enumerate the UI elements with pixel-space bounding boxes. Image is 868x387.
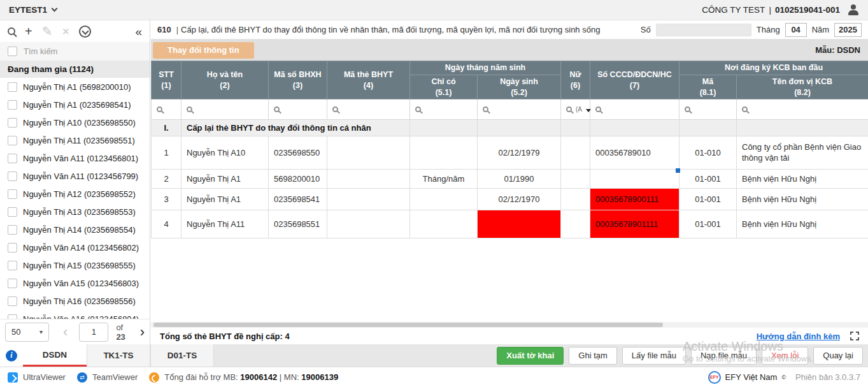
item-checkbox[interactable] bbox=[8, 279, 17, 288]
list-item[interactable]: Nguyễn Văn A11 (0123456799) bbox=[0, 167, 150, 185]
item-checkbox[interactable] bbox=[8, 296, 17, 306]
page-number-input[interactable] bbox=[79, 323, 108, 342]
cell-chico[interactable] bbox=[410, 189, 478, 210]
list-item[interactable]: Nguyễn Văn A15 (0123456803) bbox=[0, 274, 150, 292]
cell-ngaysinh-error[interactable] bbox=[478, 210, 561, 238]
list-item[interactable]: Nguyễn Thị A12 (0235698552) bbox=[0, 185, 150, 203]
cell-ten-kcb[interactable]: Bệnh viện Hữu Nghị bbox=[737, 210, 868, 238]
list-item[interactable]: Nguyễn Thị A13 (0235698553) bbox=[0, 203, 150, 221]
horizontal-scrollbar[interactable] bbox=[151, 322, 868, 328]
collapse-sidebar-icon[interactable]: « bbox=[135, 26, 142, 38]
list-item[interactable]: Nguyễn Thị A16 (0235698556) bbox=[0, 292, 150, 310]
load-template-file-button[interactable]: Nạp file mẫu bbox=[691, 347, 757, 365]
cell-nu[interactable] bbox=[561, 189, 590, 210]
item-checkbox[interactable] bbox=[8, 154, 17, 163]
cell-name[interactable]: Nguyễn Thị A10 bbox=[181, 136, 269, 170]
back-button[interactable]: Quay lại bbox=[813, 347, 863, 365]
cell-bhyt[interactable] bbox=[327, 189, 410, 210]
cell-cccd[interactable] bbox=[590, 170, 679, 189]
cell-chico[interactable] bbox=[410, 136, 478, 170]
tab-d01-ts[interactable]: D01-TS bbox=[150, 344, 214, 367]
cell-ma-kcb[interactable]: 01-010 bbox=[679, 136, 737, 170]
filter-ma[interactable] bbox=[679, 99, 737, 120]
cell-name[interactable]: Nguyễn Thị A1 bbox=[181, 170, 269, 189]
item-checkbox[interactable] bbox=[8, 189, 17, 199]
cell-cccd-error[interactable]: 00035678901111 bbox=[590, 210, 679, 238]
month-input[interactable]: 04 bbox=[785, 23, 807, 37]
user-account-icon[interactable] bbox=[848, 4, 859, 16]
filter-bhyt[interactable] bbox=[327, 99, 410, 120]
cell-nu[interactable] bbox=[561, 136, 590, 170]
item-checkbox[interactable] bbox=[8, 225, 17, 235]
cell-bhyt[interactable] bbox=[327, 136, 410, 170]
cell-ten-kcb[interactable]: Công ty cổ phần Bệnh viện Giao thông vận… bbox=[737, 136, 868, 170]
search-input[interactable] bbox=[24, 47, 142, 56]
edit-icon[interactable]: ✎ bbox=[42, 25, 53, 38]
item-checkbox[interactable] bbox=[8, 100, 17, 110]
item-checkbox[interactable] bbox=[8, 243, 17, 252]
teamviewer-icon[interactable]: ⇄ bbox=[77, 372, 87, 383]
so-input[interactable] bbox=[656, 24, 751, 36]
export-declaration-button[interactable]: Xuất tờ khai bbox=[497, 347, 564, 365]
table-row[interactable]: 2 Nguyễn Thị A1 5698200010 Tháng/năm 01/… bbox=[152, 170, 868, 189]
filter-name[interactable] bbox=[181, 99, 269, 120]
view-errors-button[interactable]: Xem lỗi bbox=[762, 347, 808, 365]
get-template-file-button[interactable]: Lấy file mẫu bbox=[622, 347, 686, 365]
filter-ngaysinh[interactable] bbox=[478, 99, 561, 120]
cell-ma-kcb[interactable]: 01-001 bbox=[679, 210, 737, 238]
group-row[interactable]: I. Cấp lại thẻ BHYT do thay đổi thông ti… bbox=[152, 120, 868, 136]
search-icon[interactable] bbox=[8, 27, 15, 35]
cell-ngaysinh[interactable]: 01/1990 bbox=[478, 170, 561, 189]
filter-cccd[interactable] bbox=[590, 99, 679, 120]
item-checkbox[interactable] bbox=[8, 118, 17, 128]
ultraviewer-icon[interactable] bbox=[8, 372, 18, 383]
list-item[interactable]: Nguyễn Thị A1 (0235698541) bbox=[0, 96, 150, 113]
cell-ma-kcb[interactable]: 01-001 bbox=[679, 170, 737, 189]
filter-bhxh[interactable] bbox=[269, 99, 327, 120]
change-info-button[interactable]: Thay đổi thông tin bbox=[153, 42, 254, 59]
list-item[interactable]: Nguyễn Văn A16 (0123456804) bbox=[0, 310, 150, 319]
cell-name[interactable]: Nguyễn Thị A11 bbox=[181, 210, 269, 238]
workspace-selector[interactable]: EYTEST1 bbox=[9, 5, 57, 15]
list-item[interactable]: Nguyễn Thị A1 (5698200010) bbox=[0, 78, 150, 96]
item-checkbox[interactable] bbox=[8, 261, 17, 270]
cell-bhyt[interactable] bbox=[327, 210, 410, 238]
tab-tk1-ts[interactable]: TK1-TS bbox=[87, 344, 150, 367]
cell-nu[interactable] bbox=[561, 170, 590, 189]
cell-chico[interactable]: Tháng/năm bbox=[410, 170, 478, 189]
cell-bhyt[interactable] bbox=[327, 170, 410, 189]
cell-bhxh[interactable]: 0235698550 bbox=[269, 136, 327, 170]
cell-ten-kcb[interactable]: Bệnh viện Hữu Nghị bbox=[737, 189, 868, 210]
cell-name[interactable]: Nguyễn Thị A1 bbox=[181, 189, 269, 210]
filter-nu[interactable]: (A bbox=[561, 99, 590, 120]
list-item[interactable]: Nguyễn Văn A14 (0123456802) bbox=[0, 238, 150, 256]
cell-cccd[interactable]: 000356789010 bbox=[590, 136, 679, 170]
guide-attachment-link[interactable]: Hướng dẫn đính kèm bbox=[757, 332, 840, 341]
cell-cccd-error[interactable]: 00035678900111 bbox=[590, 189, 679, 210]
cell-selection-handle[interactable] bbox=[676, 168, 680, 173]
cell-ngaysinh[interactable]: 02/12/1979 bbox=[478, 136, 561, 170]
cell-chico[interactable] bbox=[410, 210, 478, 238]
prev-page-button[interactable]: ‹ bbox=[63, 325, 68, 339]
cell-ngaysinh[interactable]: 02/12/1970 bbox=[478, 189, 561, 210]
expand-circle-icon[interactable] bbox=[79, 26, 91, 38]
item-checkbox[interactable] bbox=[8, 314, 17, 319]
item-checkbox[interactable] bbox=[8, 207, 17, 217]
filter-ten[interactable] bbox=[737, 99, 868, 120]
page-size-select[interactable]: 50 ▾ bbox=[5, 323, 49, 342]
year-input[interactable]: 2025 bbox=[834, 23, 862, 37]
delete-icon[interactable]: × bbox=[62, 25, 69, 38]
filter-chico[interactable] bbox=[410, 99, 478, 120]
filter-stt[interactable] bbox=[152, 99, 181, 120]
cell-ma-kcb[interactable]: 01-001 bbox=[679, 189, 737, 210]
list-item[interactable]: Nguyễn Thị A10 (0235698550) bbox=[0, 113, 150, 131]
teamviewer-label[interactable]: TeamViewer bbox=[92, 372, 138, 382]
save-draft-button[interactable]: Ghi tạm bbox=[569, 347, 617, 365]
add-icon[interactable]: + bbox=[25, 25, 32, 38]
cell-bhxh[interactable]: 0235698541 bbox=[269, 189, 327, 210]
list-item[interactable]: Nguyễn Thị A14 (0235698554) bbox=[0, 221, 150, 238]
select-all-checkbox[interactable] bbox=[8, 47, 17, 56]
cell-ten-kcb[interactable]: Bệnh viện Hữu Nghị bbox=[737, 170, 868, 189]
cell-bhxh[interactable]: 0235698551 bbox=[269, 210, 327, 238]
list-item[interactable]: Nguyễn Văn A11 (0123456801) bbox=[0, 149, 150, 167]
